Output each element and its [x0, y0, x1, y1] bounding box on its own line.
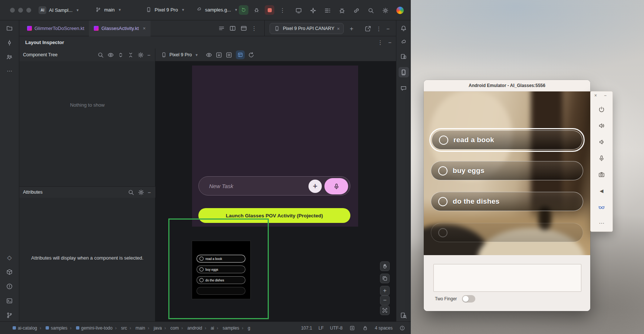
close-tab-icon[interactable]: × [143, 26, 146, 31]
device-manager-icon[interactable] [400, 53, 407, 60]
insights-tool-icon[interactable]: ◇ [7, 255, 11, 261]
settings-icon[interactable] [382, 7, 389, 14]
structure-tool-icon[interactable] [6, 54, 13, 60]
zoom-in-icon[interactable]: + [380, 286, 390, 295]
new-task-input[interactable]: New Task + [198, 176, 350, 196]
visibility-icon[interactable] [206, 51, 212, 58]
layout-inspector-toggle-icon[interactable] [236, 50, 245, 59]
indent-setting[interactable]: 4 spaces [375, 325, 393, 331]
launch-glasses-button[interactable]: Launch Glasses POV Activity (Projected) [198, 208, 350, 223]
commit-tool-icon[interactable] [6, 39, 13, 46]
assistant-icon[interactable] [400, 85, 407, 91]
window-minimize-button[interactable] [18, 8, 23, 13]
pan-tool-icon[interactable] [380, 261, 390, 271]
add-icon[interactable] [349, 325, 356, 331]
power-icon[interactable] [590, 101, 613, 117]
voice-input-button[interactable] [324, 178, 348, 194]
file-encoding[interactable]: UTF-8 [330, 325, 343, 331]
close-device-tab-icon[interactable]: × [337, 26, 340, 31]
open-files-icon[interactable] [218, 25, 225, 31]
readonly-lock-icon[interactable] [362, 325, 369, 331]
problems-indicator-icon[interactable] [399, 325, 406, 331]
volume-up-icon[interactable] [590, 117, 613, 134]
panel-more-icon[interactable]: ⋮ [377, 40, 383, 45]
more-actions-icon[interactable]: ⋮ [278, 5, 287, 15]
todo-item[interactable]: buy eggs [196, 265, 245, 273]
device-mirror-viewport[interactable]: New Task + Launch Glasses POV Activity (… [155, 61, 396, 321]
screenshot-icon[interactable] [216, 51, 222, 58]
toolbar-more-icon[interactable]: ⋯ [590, 215, 613, 231]
volume-down-icon[interactable] [590, 134, 613, 150]
panel-hide-icon[interactable]: − [388, 40, 392, 45]
run-config-widget[interactable]: samples.g... ▾ [196, 6, 237, 13]
hide-icon[interactable]: − [147, 52, 151, 58]
version-control-tool-icon[interactable] [6, 312, 13, 318]
add-task-button[interactable]: + [308, 180, 322, 193]
settings-icon[interactable] [137, 51, 144, 58]
device-panel-more-icon[interactable]: ⋮ [376, 26, 382, 31]
screen-record-icon[interactable] [226, 51, 232, 58]
lay out-inspector-icon[interactable] [400, 312, 407, 318]
detach-editor-icon[interactable] [240, 25, 247, 31]
running-device-tab[interactable]: Pixel 9 Pro API CANARY × [270, 23, 344, 34]
back-icon[interactable]: ◀ [590, 183, 613, 199]
user-avatar[interactable] [396, 7, 404, 14]
todo-item[interactable]: do the dishes [431, 192, 583, 211]
project-widget[interactable]: AI AI Sampl... ▾ [39, 6, 79, 14]
project-tool-icon[interactable] [6, 25, 13, 31]
tasks-icon[interactable] [324, 7, 331, 14]
terminal-tool-icon[interactable] [6, 297, 13, 304]
emulator-input-field[interactable] [433, 264, 581, 292]
profiler-icon[interactable] [338, 7, 345, 14]
toolbar-minimize-icon[interactable]: − [604, 93, 607, 98]
search-icon[interactable] [128, 189, 134, 196]
notifications-icon[interactable] [400, 25, 407, 31]
gradle-tool-icon[interactable] [400, 39, 407, 46]
rerun-button[interactable] [239, 5, 248, 15]
mirror-device-select[interactable]: Pixel 9 Pro ▾ [161, 51, 198, 58]
zoom-fit-icon[interactable] [380, 305, 390, 315]
todo-item-selected[interactable]: read a book [429, 128, 585, 152]
refresh-icon[interactable] [248, 51, 255, 58]
breadcrumb[interactable]: ai-catalog samples gemini-live-todo src … [13, 325, 250, 331]
editor-tab-glassesactivity[interactable]: GlassesActivity.kt × [89, 21, 150, 36]
device-select-widget[interactable]: Pixel 9 Pro ▾ [145, 6, 184, 13]
stop-button[interactable] [265, 5, 274, 15]
search-icon[interactable] [367, 7, 374, 14]
link-icon[interactable] [353, 7, 360, 14]
editor-tab-glimmertodoscreen[interactable]: GlimmerToDoScreen.kt [22, 21, 89, 36]
todo-item[interactable]: buy eggs [431, 161, 583, 180]
phone-screen[interactable]: New Task + Launch Glasses POV Activity (… [192, 66, 358, 227]
hide-panel-icon[interactable]: − [386, 26, 390, 31]
visibility-icon[interactable] [107, 51, 114, 58]
glasses-display-mirror[interactable]: read a book buy eggs do the dishes [192, 241, 251, 299]
running-devices-icon[interactable] [399, 67, 409, 77]
window-close-button[interactable] [10, 8, 15, 13]
add-device-icon[interactable]: + [350, 26, 353, 32]
gemini-icon[interactable] [310, 7, 316, 14]
search-icon[interactable] [97, 51, 104, 58]
collapse-all-icon[interactable] [127, 51, 134, 58]
window-zoom-button[interactable] [26, 8, 31, 13]
emulator-titlebar[interactable]: Android Emulator - AI_Glasses:5556 [424, 80, 590, 91]
glasses-icon[interactable] [590, 199, 613, 215]
open-in-window-icon[interactable] [364, 25, 371, 32]
todo-item[interactable]: read a book [196, 255, 245, 263]
expand-all-icon[interactable] [117, 51, 124, 58]
layers-icon[interactable] [380, 274, 390, 283]
services-tool-icon[interactable] [6, 268, 13, 275]
cursor-position[interactable]: 107:1 [301, 325, 312, 331]
hide-icon[interactable]: − [148, 190, 151, 195]
branch-widget[interactable]: main ▾ [95, 6, 121, 13]
settings-icon[interactable] [138, 189, 144, 196]
zoom-out-icon[interactable]: − [380, 295, 390, 305]
emulator-camera-view[interactable]: read a book buy eggs do the dishes [424, 91, 590, 255]
two-finger-toggle[interactable] [462, 295, 475, 303]
camera-icon[interactable] [590, 166, 613, 183]
editor-more-icon[interactable]: ⋮ [251, 26, 257, 31]
toolbar-close-icon[interactable]: × [594, 93, 597, 98]
debug-button[interactable] [252, 5, 261, 15]
device-streaming-icon[interactable] [295, 7, 302, 14]
todo-item[interactable]: do the dishes [196, 276, 245, 284]
split-editor-icon[interactable] [229, 25, 236, 31]
